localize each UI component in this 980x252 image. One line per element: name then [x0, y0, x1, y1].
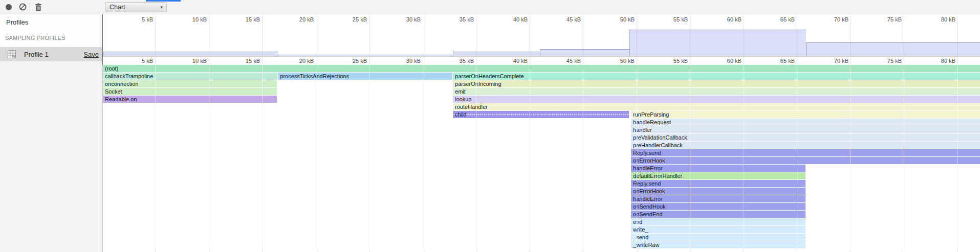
overview-ruler-label: 55 kB [673, 16, 688, 22]
detail-gridline-overlay [797, 65, 797, 249]
flame-bar[interactable]: defaultErrorHandler [631, 172, 805, 179]
detail-gridline-overlay [530, 65, 530, 249]
sidebar-section-sampling-profiles: SAMPLING PROFILES [5, 35, 66, 41]
overview-ruler-label: 75 kB [887, 16, 902, 22]
detail-ruler-label: 15 kB [246, 58, 260, 64]
overview-ruler-label: 65 kB [780, 16, 795, 22]
overview-ruler-label: 30 kB [406, 16, 421, 22]
flame-bar[interactable]: onErrorHook [631, 188, 805, 195]
detail-gridline-overlay [583, 65, 583, 249]
flame-bar[interactable]: parserOnHeadersComplete [453, 73, 980, 80]
detail-ruler-label: 5 kB [142, 58, 153, 64]
overview-segment[interactable] [453, 52, 540, 56]
detail-ruler-label: 20 kB [299, 58, 314, 64]
view-mode-select[interactable]: Chart ▾ [105, 2, 167, 12]
view-mode-value: Chart [105, 4, 160, 11]
vertical-scrollbar-thumb[interactable] [102, 14, 103, 65]
detail-gridline-overlay [904, 65, 904, 249]
overview-gridline [423, 15, 423, 56]
detail-gridline-overlay [423, 65, 423, 249]
flame-bar[interactable]: _send [631, 234, 805, 241]
detail-gridline-overlay [155, 65, 156, 249]
save-profile-link[interactable]: Save [83, 51, 99, 58]
overview-ruler-label: 50 kB [620, 16, 635, 22]
overview-segment[interactable] [278, 55, 453, 56]
flame-bar[interactable]: handleRequest [631, 119, 980, 126]
flame-bar[interactable]: write_ [631, 226, 805, 233]
detail-ruler-label: 25 kB [353, 58, 367, 64]
flame-bar[interactable]: runPreParsing [631, 111, 980, 118]
clear-button[interactable] [16, 0, 29, 14]
flame-bar[interactable]: end [631, 218, 805, 225]
toolbar-separator [30, 3, 30, 11]
overview-segment[interactable] [806, 42, 980, 56]
flame-bar[interactable]: handler [631, 126, 980, 133]
profile-name: Profile 1 [24, 51, 83, 58]
flame-bar[interactable]: handleError [631, 195, 805, 202]
flame-bar[interactable]: handleError [631, 165, 805, 172]
flame-bar[interactable]: Reply.send [631, 180, 805, 187]
delete-profile-button[interactable] [32, 0, 45, 14]
flame-bar[interactable]: Readable.on [103, 96, 277, 103]
heap-profile-icon: % [8, 50, 16, 58]
overview-segment[interactable] [540, 49, 629, 56]
detail-ruler-label: 60 kB [727, 58, 742, 64]
flame-bar[interactable]: onSendEnd [631, 211, 805, 218]
overview-gridline [530, 15, 530, 56]
flame-bar[interactable]: _writeRaw [631, 241, 805, 248]
flame-chart-pane: 5 kB5 kB10 kB10 kB15 kB15 kB20 kB20 kB25… [102, 14, 980, 252]
overview-ruler-label: 40 kB [513, 16, 528, 22]
record-icon [6, 4, 12, 10]
overview-segment[interactable] [629, 30, 806, 56]
chevron-down-icon: ▾ [160, 5, 166, 10]
detail-ruler-label: 40 kB [513, 58, 528, 64]
flame-bar[interactable]: Socket [103, 88, 277, 95]
detail-gridline-overlay [209, 65, 209, 249]
overview-gridline [209, 15, 209, 56]
sidebar-title: Profiles [6, 18, 28, 26]
detail-ruler-label: 65 kB [780, 58, 795, 64]
detail-ruler-label: 10 kB [192, 58, 207, 64]
overview-ruler-label: 45 kB [567, 16, 581, 22]
overview-gridline [316, 15, 316, 56]
sidebar-empty-area [0, 61, 102, 252]
overview-segment[interactable] [103, 52, 278, 56]
flame-bar[interactable]: emit [453, 88, 980, 95]
svg-text:%: % [12, 55, 15, 58]
flame-bar[interactable]: lookup [453, 96, 980, 103]
overview-ruler-label: 20 kB [299, 16, 314, 22]
detail-ruler-label: 70 kB [834, 58, 848, 64]
overview-ruler-label: 15 kB [246, 16, 260, 22]
overview-gridline [262, 15, 263, 56]
sidebar-item-profile-1[interactable]: % Profile 1 Save [0, 47, 102, 61]
detail-ruler-label: 45 kB [567, 58, 581, 64]
detail-ruler-label: 50 kB [620, 58, 635, 64]
trash-icon [35, 3, 42, 11]
detail-gridline-overlay [369, 65, 369, 249]
flame-bar[interactable]: (root) [103, 65, 980, 72]
flame-bar[interactable]: preValidationCallback [631, 134, 980, 141]
overview-ruler-label: 5 kB [142, 16, 153, 22]
flame-bar[interactable]: onSendHook [631, 203, 805, 210]
overview-ruler-label: 80 kB [941, 16, 955, 22]
sidebar: Profiles SAMPLING PROFILES % Profile 1 S… [0, 14, 102, 252]
flame-bar[interactable]: Reply.send [631, 149, 980, 156]
flame-bar[interactable]: processTicksAndRejections [278, 73, 452, 80]
flame-bar[interactable]: parserOnIncoming [453, 80, 980, 87]
clear-icon [19, 3, 27, 11]
detail-ruler-label: 55 kB [673, 58, 688, 64]
flame-bar[interactable]: onErrorHook [631, 157, 980, 164]
flame-bar[interactable]: callbackTrampoline [103, 73, 277, 80]
active-tab-indicator [146, 0, 181, 2]
vertical-scrollbar[interactable] [102, 65, 103, 252]
detail-ruler-label: 30 kB [406, 58, 421, 64]
flame-bar[interactable]: preHandlerCallback [631, 142, 980, 149]
detail-gridline-overlay [476, 65, 476, 249]
devtools-memory-profiler: Chart ▾ Profiles SAMPLING PROFILES % Pro… [0, 0, 980, 252]
flame-bar[interactable]: routeHandler [453, 103, 980, 110]
flame-bar[interactable]: onconnection [103, 80, 277, 87]
record-button[interactable] [3, 0, 15, 14]
overview-ruler-label: 60 kB [727, 16, 742, 22]
flame-bar[interactable]: child [453, 111, 629, 118]
overview-ruler-label: 70 kB [834, 16, 848, 22]
